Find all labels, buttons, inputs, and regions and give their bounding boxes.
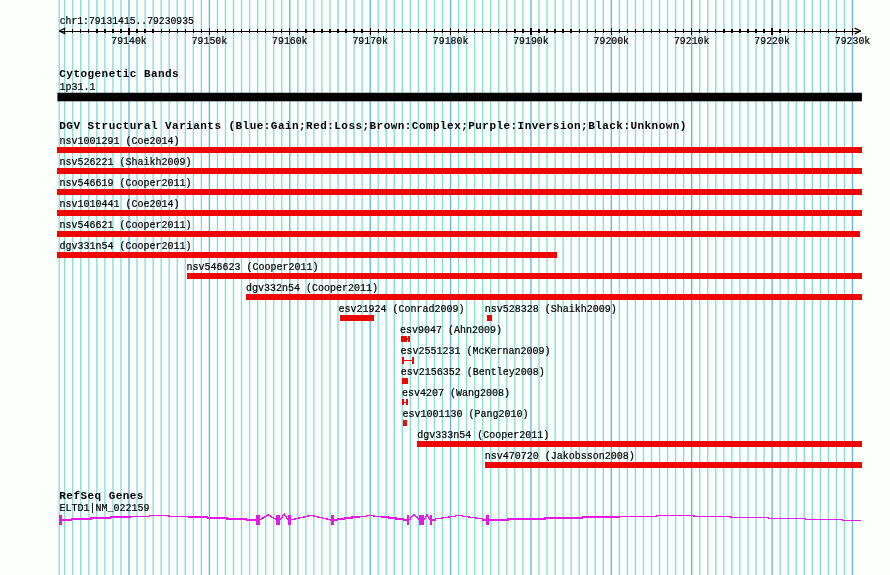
svg-text:79210k: 79210k xyxy=(674,36,710,47)
svg-text:nsv528328 (Shaikh2009): nsv528328 (Shaikh2009) xyxy=(485,304,617,315)
svg-text:79200k: 79200k xyxy=(594,36,630,47)
svg-text:79160k: 79160k xyxy=(272,36,308,47)
svg-text:dgv331n54 (Cooper2011): dgv331n54 (Cooper2011) xyxy=(60,241,192,252)
svg-text:nsv546623 (Cooper2011): nsv546623 (Cooper2011) xyxy=(187,262,319,273)
svg-text:ELTD1|NM_022159: ELTD1|NM_022159 xyxy=(60,503,150,514)
svg-text:79150k: 79150k xyxy=(192,36,228,47)
svg-text:dgv333n54 (Cooper2011): dgv333n54 (Cooper2011) xyxy=(417,430,549,441)
svg-text:nsv1010441 (Coe2014): nsv1010441 (Coe2014) xyxy=(60,199,180,210)
svg-text:nsv546621 (Cooper2011): nsv546621 (Cooper2011) xyxy=(60,220,192,231)
svg-text:nsv546619 (Cooper2011): nsv546619 (Cooper2011) xyxy=(60,178,192,189)
svg-text:RefSeq Genes: RefSeq Genes xyxy=(59,490,144,502)
svg-text:esv2156352 (Bentley2008): esv2156352 (Bentley2008) xyxy=(401,367,545,378)
svg-text:esv9047 (Ahn2009): esv9047 (Ahn2009) xyxy=(400,325,502,336)
svg-text:nsv470720 (Jakobsson2008): nsv470720 (Jakobsson2008) xyxy=(485,451,635,462)
svg-text:79230k: 79230k xyxy=(835,36,871,47)
svg-text:DGV Structural Variants (Blue:: DGV Structural Variants (Blue:Gain;Red:L… xyxy=(59,120,687,132)
svg-text:79180k: 79180k xyxy=(433,36,469,47)
svg-text:79170k: 79170k xyxy=(352,36,388,47)
svg-text:esv4207 (Wang2008): esv4207 (Wang2008) xyxy=(402,388,510,399)
svg-text:esv1001130 (Pang2010): esv1001130 (Pang2010) xyxy=(403,409,529,420)
svg-text:1p31.1: 1p31.1 xyxy=(60,82,96,93)
svg-text:esv21924 (Conrad2009): esv21924 (Conrad2009) xyxy=(339,304,465,315)
svg-text:Cytogenetic Bands: Cytogenetic Bands xyxy=(59,68,179,80)
svg-text:esv2551231 (McKernan2009): esv2551231 (McKernan2009) xyxy=(401,346,551,357)
svg-text:chr1:79131415..79230935: chr1:79131415..79230935 xyxy=(60,16,194,27)
svg-text:79140k: 79140k xyxy=(111,36,147,47)
svg-text:79190k: 79190k xyxy=(513,36,549,47)
svg-text:dgv332n54 (Cooper2011): dgv332n54 (Cooper2011) xyxy=(246,283,378,294)
svg-text:79220k: 79220k xyxy=(754,36,790,47)
svg-text:nsv1001291 (Coe2014): nsv1001291 (Coe2014) xyxy=(60,136,180,147)
svg-text:nsv526221 (Shaikh2009): nsv526221 (Shaikh2009) xyxy=(60,157,192,168)
